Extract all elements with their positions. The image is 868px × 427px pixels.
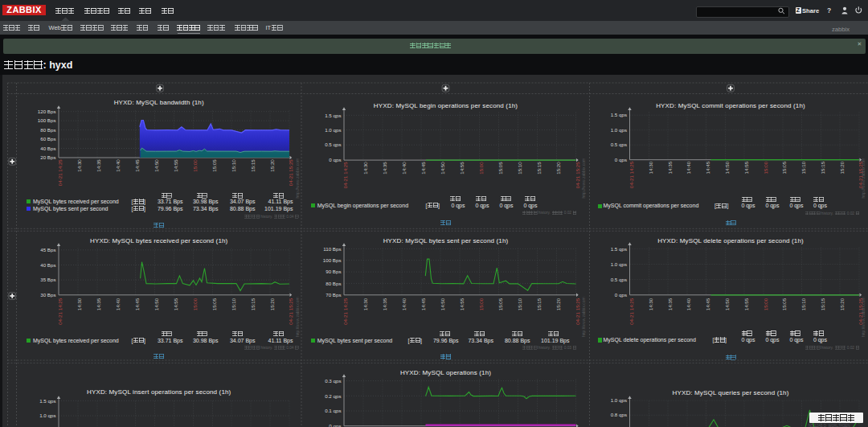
svg-text:1.0 qps: 1.0 qps	[325, 127, 341, 133]
svg-text:14:45: 14:45	[134, 159, 140, 172]
svg-text:80 Bps: 80 Bps	[326, 281, 341, 286]
svg-text:15:20: 15:20	[269, 298, 275, 310]
svg-text:15:10: 15:10	[231, 159, 236, 172]
svg-text:1.5 qps: 1.5 qps	[39, 398, 55, 404]
svg-text:14:55: 14:55	[459, 162, 465, 174]
svg-text:http://www.zabbix.com: http://www.zabbix.com	[295, 158, 300, 199]
svg-text:100 Bps: 100 Bps	[323, 257, 342, 263]
svg-text:15:15: 15:15	[820, 161, 825, 174]
svg-text:15:00: 15:00	[192, 298, 198, 310]
svg-text:14:55: 14:55	[743, 161, 749, 174]
svg-text:http://www.zabbix.com: http://www.zabbix.com	[295, 297, 300, 337]
svg-text:15:00: 15:00	[478, 298, 484, 310]
svg-text:14:55: 14:55	[459, 298, 465, 310]
svg-text:15:00: 15:00	[192, 159, 198, 172]
svg-text:0.8 qps: 0.8 qps	[611, 412, 627, 417]
svg-text:15:15: 15:15	[536, 298, 542, 310]
svg-text:04-21 15:25: 04-21 15:25	[289, 159, 294, 187]
svg-text:0 qps: 0 qps	[329, 423, 341, 427]
svg-text:04-21 14:25: 04-21 14:25	[628, 298, 634, 325]
svg-text:14:35: 14:35	[667, 161, 673, 174]
svg-text:15:05: 15:05	[781, 298, 787, 310]
svg-text:04-21 14:25: 04-21 14:25	[628, 161, 634, 188]
svg-text:0.5 qps: 0.5 qps	[611, 277, 627, 282]
svg-text:14:35: 14:35	[96, 159, 101, 172]
svg-text:1.5 qps: 1.5 qps	[611, 112, 627, 117]
svg-text:HYXD: MySQL bytes received per: HYXD: MySQL bytes received per second (1…	[90, 237, 228, 244]
svg-text:15:15: 15:15	[536, 162, 542, 174]
svg-text:40 Bps: 40 Bps	[40, 262, 55, 268]
svg-text:14:30: 14:30	[648, 298, 653, 310]
svg-text:14:40: 14:40	[401, 298, 407, 310]
svg-text:15:20: 15:20	[839, 161, 845, 174]
svg-text:70 Bps: 70 Bps	[326, 292, 341, 298]
svg-text:http://www.zabbix.com: http://www.zabbix.com	[861, 297, 866, 337]
svg-text:15:20: 15:20	[269, 159, 275, 172]
svg-text:15:10: 15:10	[800, 298, 806, 310]
svg-text:15:00: 15:00	[763, 298, 768, 310]
svg-text:15:05: 15:05	[497, 162, 503, 174]
svg-text:45 Bps: 45 Bps	[40, 247, 55, 253]
svg-text:04-21 14:25: 04-21 14:25	[343, 162, 349, 189]
svg-text:15:15: 15:15	[250, 298, 256, 310]
svg-text:HYXD: MySQL bytes sent per sec: HYXD: MySQL bytes sent per second (1h)	[383, 237, 509, 244]
svg-text:http://www.zabbix.com: http://www.zabbix.com	[581, 297, 586, 337]
svg-text:04-21 15:25: 04-21 15:25	[289, 298, 294, 325]
svg-text:15:05: 15:05	[497, 298, 503, 310]
svg-text:35 Bps: 35 Bps	[40, 277, 55, 282]
svg-text:14:40: 14:40	[115, 159, 121, 172]
svg-text:0.2 qps: 0.2 qps	[325, 393, 341, 399]
svg-text:0 qps: 0 qps	[615, 157, 627, 162]
svg-text:http://www.zabbix.com: http://www.zabbix.com	[861, 158, 866, 199]
svg-text:14:45: 14:45	[134, 298, 140, 310]
svg-text:14:40: 14:40	[686, 161, 691, 174]
svg-text:HYXD: MySQL operations (1h): HYXD: MySQL operations (1h)	[400, 369, 491, 376]
svg-text:15:20: 15:20	[555, 298, 561, 310]
svg-text:14:30: 14:30	[76, 298, 82, 310]
svg-text:20 Bps: 20 Bps	[40, 154, 55, 160]
svg-text:15:05: 15:05	[211, 159, 217, 172]
svg-text:04-21 15:25: 04-21 15:25	[575, 162, 580, 189]
svg-text:HYXD: MySQL begin operations p: HYXD: MySQL begin operations per second …	[374, 102, 518, 109]
svg-text:1.5 qps: 1.5 qps	[611, 246, 627, 252]
svg-text:14:45: 14:45	[420, 162, 426, 174]
svg-text:14:40: 14:40	[686, 298, 691, 310]
svg-text:14:50: 14:50	[724, 298, 730, 310]
svg-text:14:35: 14:35	[667, 298, 673, 310]
svg-text:14:50: 14:50	[154, 298, 159, 310]
svg-text:80 Bps: 80 Bps	[40, 127, 55, 133]
svg-text:0 qps: 0 qps	[329, 157, 341, 162]
svg-text:14:55: 14:55	[173, 159, 178, 172]
svg-text:0.1 qps: 0.1 qps	[325, 408, 341, 413]
svg-text:1.0 qps: 1.0 qps	[611, 397, 627, 403]
svg-text:40 Bps: 40 Bps	[40, 146, 55, 151]
svg-text:15:15: 15:15	[820, 298, 825, 310]
svg-text:14:35: 14:35	[382, 162, 387, 174]
svg-text:HYXD: MySQL insert operations: HYXD: MySQL insert operations per second…	[87, 388, 231, 396]
svg-text:30 Bps: 30 Bps	[40, 292, 55, 298]
svg-text:14:45: 14:45	[705, 161, 710, 174]
svg-text:14:45: 14:45	[705, 298, 710, 310]
svg-text:04-21 15:25: 04-21 15:25	[575, 298, 580, 325]
svg-text:14:30: 14:30	[362, 162, 368, 174]
svg-text:14:40: 14:40	[115, 298, 121, 310]
svg-text:15:10: 15:10	[800, 161, 806, 174]
svg-text:110 Bps: 110 Bps	[323, 246, 341, 252]
svg-text:1.5 qps: 1.5 qps	[325, 113, 341, 118]
svg-text:04-21 14:25: 04-21 14:25	[343, 298, 349, 325]
svg-text:0.5 qps: 0.5 qps	[611, 142, 627, 147]
svg-text:14:55: 14:55	[173, 298, 178, 310]
svg-text:0 qps: 0 qps	[615, 292, 627, 298]
svg-text:HYXD: MySQL bandwidth (1h): HYXD: MySQL bandwidth (1h)	[114, 99, 204, 106]
svg-text:60 Bps: 60 Bps	[40, 136, 55, 142]
svg-text:14:40: 14:40	[401, 162, 407, 174]
svg-text:15:00: 15:00	[763, 161, 768, 174]
svg-text:0.3 qps: 0.3 qps	[325, 378, 341, 384]
svg-text:14:50: 14:50	[440, 298, 445, 310]
svg-text:15:05: 15:05	[781, 161, 787, 174]
svg-text:14:30: 14:30	[648, 161, 653, 174]
svg-text:90 Bps: 90 Bps	[326, 269, 341, 274]
svg-text:1.0 qps: 1.0 qps	[611, 261, 627, 267]
svg-text:14:30: 14:30	[76, 159, 82, 172]
svg-text:0.5 qps: 0.5 qps	[325, 142, 341, 147]
